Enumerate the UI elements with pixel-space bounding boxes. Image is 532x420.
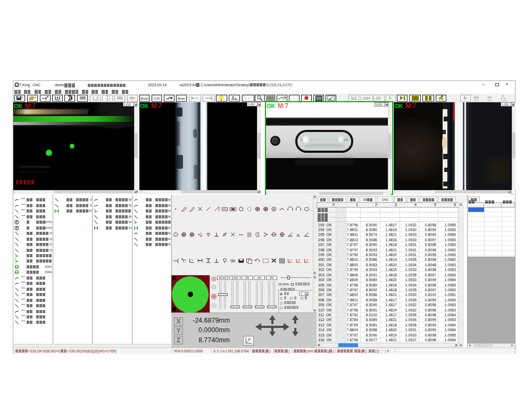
svg-text:A: A [297, 233, 300, 238]
